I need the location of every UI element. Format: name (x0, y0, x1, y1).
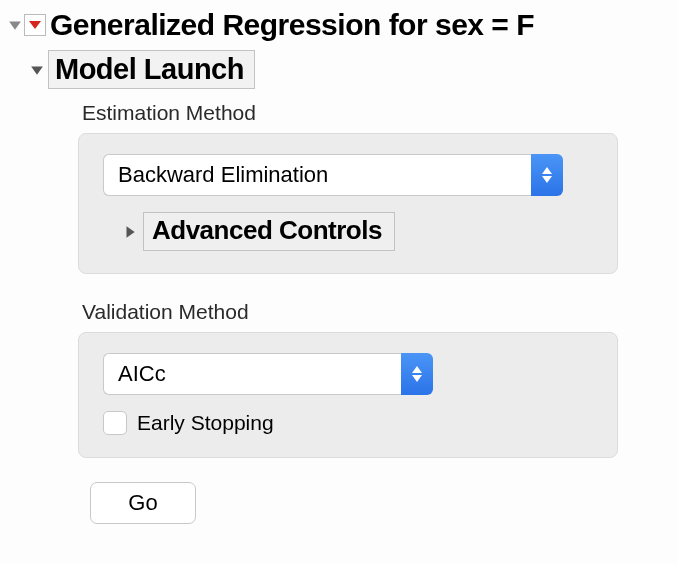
svg-marker-1 (29, 21, 41, 29)
validation-panel: AICc Early Stopping (78, 332, 618, 458)
svg-marker-0 (9, 22, 21, 30)
go-button[interactable]: Go (90, 482, 196, 524)
disclosure-model-launch[interactable] (28, 61, 46, 79)
estimation-method-label: Estimation Method (82, 101, 678, 125)
validation-method-select[interactable]: AICc (103, 353, 433, 395)
stepper-icon (401, 353, 433, 395)
svg-marker-5 (127, 226, 135, 238)
disclosure-advanced-controls[interactable] (121, 223, 139, 241)
svg-marker-4 (542, 176, 552, 183)
hotspot-menu-button[interactable] (24, 14, 46, 36)
advanced-controls-header: Advanced Controls (143, 212, 395, 251)
svg-marker-6 (412, 366, 422, 373)
validation-method-label: Validation Method (82, 300, 678, 324)
stepper-icon (531, 154, 563, 196)
validation-method-value: AICc (103, 353, 401, 395)
early-stopping-checkbox[interactable] (103, 411, 127, 435)
estimation-method-select[interactable]: Backward Elimination (103, 154, 563, 196)
svg-marker-7 (412, 375, 422, 382)
svg-marker-2 (31, 66, 43, 74)
svg-marker-3 (542, 167, 552, 174)
main-title: Generalized Regression for sex = F (50, 8, 534, 42)
estimation-panel: Backward Elimination Advanced Controls (78, 133, 618, 274)
disclosure-main[interactable] (6, 16, 24, 34)
estimation-method-value: Backward Elimination (103, 154, 531, 196)
early-stopping-label: Early Stopping (137, 411, 274, 435)
model-launch-header: Model Launch (48, 50, 255, 89)
